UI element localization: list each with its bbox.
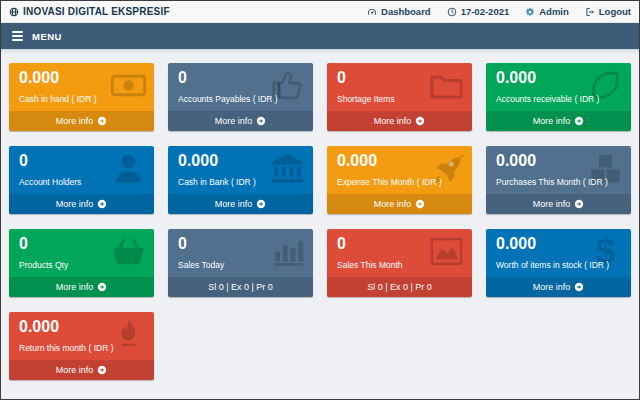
menu-bar: MENU	[1, 23, 639, 49]
card-value: 0	[178, 235, 303, 253]
arrow-circle-right-icon	[574, 199, 584, 209]
card-body: 0.000 Worth of items in stock ( IDR )	[486, 229, 631, 277]
card-label: Cash in Bank ( IDR )	[178, 177, 303, 187]
content-area: 0.000 Cash in hand ( IDR ) More info 0 A…	[1, 49, 639, 400]
more-info-link[interactable]: More info	[486, 277, 631, 297]
card-stats-footer: Sl 0 | Ex 0 | Pr 0	[327, 277, 472, 297]
stat-card: 0 Sales Today Sl 0 | Ex 0 | Pr 0	[168, 229, 313, 297]
card-footer-label: Sl 0 | Ex 0 | Pr 0	[367, 282, 432, 292]
stat-card: 0.000 Return this month ( IDR ) More inf…	[9, 312, 154, 380]
stat-card: 0 Account Holders More info	[9, 146, 154, 214]
stat-card: 0.000 Purchases This Month ( IDR ) More …	[486, 146, 631, 214]
nav-date-label: 17-02-2021	[461, 6, 510, 17]
card-value: 0.000	[496, 235, 621, 253]
stat-card: 0 Products Qty More info	[9, 229, 154, 297]
stat-card: 0 Shortage Items More info	[327, 63, 472, 131]
card-footer-label: More info	[533, 199, 571, 209]
card-value: 0	[19, 152, 144, 170]
card-footer-label: More info	[215, 199, 253, 209]
nav-logout[interactable]: Logout	[585, 6, 631, 17]
card-value: 0.000	[496, 152, 621, 170]
card-body: 0.000 Accounts receivable ( IDR )	[486, 63, 631, 111]
card-footer-label: More info	[56, 199, 94, 209]
stat-card: 0.000 Cash in Bank ( IDR ) More info	[168, 146, 313, 214]
card-label: Expense This Month ( IDR )	[337, 177, 462, 187]
card-body: 0.000 Cash in hand ( IDR )	[9, 63, 154, 111]
globe-icon	[9, 7, 19, 17]
card-label: Accounts receivable ( IDR )	[496, 94, 621, 104]
menu-label[interactable]: MENU	[32, 31, 62, 42]
card-footer-label: More info	[56, 116, 94, 126]
card-footer-label: More info	[56, 282, 94, 292]
card-footer-label: More info	[374, 116, 412, 126]
more-info-link[interactable]: More info	[9, 277, 154, 297]
arrow-circle-right-icon	[97, 199, 107, 209]
card-body: 0 Account Holders	[9, 146, 154, 194]
more-info-link[interactable]: More info	[486, 194, 631, 214]
tachometer-icon	[367, 7, 377, 17]
arrow-circle-right-icon	[97, 282, 107, 292]
stat-card: 0.000 Cash in hand ( IDR ) More info	[9, 63, 154, 131]
card-label: Products Qty	[19, 260, 144, 270]
card-label: Cash in hand ( IDR )	[19, 94, 144, 104]
nav-admin-label: Admin	[539, 6, 569, 17]
nav-dashboard[interactable]: Dashboard	[367, 6, 431, 17]
card-value: 0	[19, 235, 144, 253]
card-label: Worth of items in stock ( IDR )	[496, 260, 621, 270]
more-info-link[interactable]: More info	[327, 194, 472, 214]
card-footer-label: More info	[374, 199, 412, 209]
more-info-link[interactable]: More info	[327, 111, 472, 131]
more-info-link[interactable]: More info	[168, 111, 313, 131]
arrow-circle-right-icon	[256, 199, 266, 209]
brand-title: INOVASI DIGITAL EKSPRESIF	[23, 6, 170, 17]
nav-date[interactable]: 17-02-2021	[447, 6, 510, 17]
card-body: 0.000 Expense This Month ( IDR )	[327, 146, 472, 194]
cards-grid: 0.000 Cash in hand ( IDR ) More info 0 A…	[9, 63, 631, 380]
card-value: 0	[337, 69, 462, 87]
arrow-circle-right-icon	[574, 282, 584, 292]
card-footer-label: More info	[56, 365, 94, 375]
navbar-links: Dashboard 17-02-2021 Admin Logout	[367, 6, 631, 17]
arrow-circle-right-icon	[97, 116, 107, 126]
arrow-circle-right-icon	[415, 116, 425, 126]
card-stats-footer: Sl 0 | Ex 0 | Pr 0	[168, 277, 313, 297]
arrow-circle-right-icon	[256, 116, 266, 126]
more-info-link[interactable]: More info	[168, 194, 313, 214]
card-label: Accounts Payables ( IDR )	[178, 94, 303, 104]
card-body: 0.000 Purchases This Month ( IDR )	[486, 146, 631, 194]
card-body: 0.000 Return this month ( IDR )	[9, 312, 154, 360]
card-footer-label: More info	[533, 282, 571, 292]
gear-icon	[525, 7, 535, 17]
card-body: 0 Sales This Month	[327, 229, 472, 277]
stat-card: 0 Sales This Month Sl 0 | Ex 0 | Pr 0	[327, 229, 472, 297]
more-info-link[interactable]: More info	[9, 111, 154, 131]
card-value: 0.000	[19, 69, 144, 87]
card-footer-label: More info	[215, 116, 253, 126]
card-value: 0	[178, 69, 303, 87]
top-navbar: INOVASI DIGITAL EKSPRESIF Dashboard 17-0…	[1, 1, 639, 23]
stat-card: 0.000 Expense This Month ( IDR ) More in…	[327, 146, 472, 214]
nav-admin[interactable]: Admin	[525, 6, 569, 17]
card-body: 0 Sales Today	[168, 229, 313, 277]
card-label: Account Holders	[19, 177, 144, 187]
arrow-circle-right-icon	[97, 365, 107, 375]
card-label: Purchases This Month ( IDR )	[496, 177, 621, 187]
card-value: 0.000	[337, 152, 462, 170]
card-body: 0 Products Qty	[9, 229, 154, 277]
arrow-circle-right-icon	[574, 116, 584, 126]
nav-dashboard-label: Dashboard	[381, 6, 431, 17]
more-info-link[interactable]: More info	[486, 111, 631, 131]
stat-card: 0 Accounts Payables ( IDR ) More info	[168, 63, 313, 131]
more-info-link[interactable]: More info	[9, 194, 154, 214]
brand: INOVASI DIGITAL EKSPRESIF	[9, 6, 170, 17]
stat-card: 0.000 Worth of items in stock ( IDR ) $ …	[486, 229, 631, 297]
card-label: Shortage Items	[337, 94, 462, 104]
card-footer-label: Sl 0 | Ex 0 | Pr 0	[208, 282, 273, 292]
stat-card: 0.000 Accounts receivable ( IDR ) More i…	[486, 63, 631, 131]
hamburger-icon[interactable]	[12, 31, 23, 41]
more-info-link[interactable]: More info	[9, 360, 154, 380]
card-label: Sales This Month	[337, 260, 462, 270]
clock-icon	[447, 7, 457, 17]
arrow-circle-right-icon	[415, 199, 425, 209]
nav-logout-label: Logout	[599, 6, 631, 17]
